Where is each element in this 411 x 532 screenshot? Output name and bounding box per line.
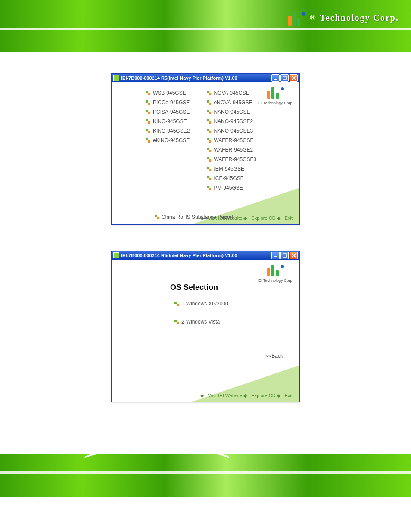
link-label: eNOVA-945GSE: [214, 100, 252, 106]
link-label: Exit: [285, 392, 293, 399]
link-explore-cd[interactable]: ◆Explore CD: [243, 392, 275, 399]
link-label: NANO-945GSE2: [214, 118, 253, 124]
model-link[interactable]: IEM-945GSE: [207, 166, 256, 172]
bullet-icon: [207, 167, 211, 171]
bullet-icon: [207, 119, 211, 124]
link-label: NOVA-945GSE: [214, 90, 249, 96]
os-option[interactable]: 1-Windows XP/2000: [174, 301, 293, 307]
link-label: Visit IEI Website: [208, 392, 243, 399]
screenshot-os-selection: IEI-7B000-000214 R5(Intel Navy Pier Plat…: [111, 251, 300, 402]
bullet-icon: [146, 119, 150, 124]
link-exit[interactable]: ◆Exit: [277, 392, 293, 399]
minimize-button[interactable]: [271, 252, 280, 259]
bullet-icon: [174, 302, 179, 306]
bullet-icon: [207, 91, 211, 95]
bullet-icon: [155, 215, 159, 219]
logo-caption: IEI Technology Corp.: [258, 101, 293, 105]
link-label: KINO-945GSE2: [153, 128, 190, 134]
window-title: IEI-7B000-000214 R5(Intel Navy Pier Plat…: [121, 75, 271, 81]
model-link[interactable]: WSB-945GSE: [146, 90, 190, 96]
link-label: 1-Windows XP/2000: [181, 301, 228, 307]
link-label: WAFER-945GSE3: [214, 156, 256, 162]
link-label: China RoHS Substance Report: [162, 214, 233, 220]
link-label: Explore CD: [251, 215, 275, 222]
bullet-icon: [207, 176, 211, 180]
minimize-button[interactable]: [271, 74, 280, 82]
bullet-icon: [207, 129, 211, 133]
bullet-icon: [207, 100, 211, 105]
svg-rect-1: [283, 76, 286, 80]
link-label: NANO-945GSE: [214, 109, 250, 115]
model-link[interactable]: PCISA-945GSE: [146, 109, 190, 115]
iei-logo-block: IEI Technology Corp.: [258, 87, 293, 105]
bullet-icon: [207, 110, 211, 114]
iei-logo-icon: [288, 9, 305, 26]
link-explore-cd[interactable]: ◆Explore CD: [243, 215, 275, 222]
link-label: eKINO-945GSE: [153, 137, 190, 143]
svg-rect-3: [274, 256, 277, 257]
bullet-icon: [146, 138, 150, 143]
model-link[interactable]: PICOe-945GSE: [146, 100, 190, 106]
bullet-icon: [174, 320, 179, 324]
os-selection-heading: OS Selection: [170, 283, 293, 292]
link-label: Exit: [285, 215, 293, 222]
logo-caption: IEI Technology Corp.: [258, 278, 293, 283]
model-link[interactable]: KINO-945GSE2: [146, 128, 190, 134]
back-label: <<Back: [265, 353, 283, 359]
back-link[interactable]: <<Back: [265, 353, 283, 359]
bullet-icon: [207, 148, 211, 152]
window-titlebar: IEI-7B000-000214 R5(Intel Navy Pier Plat…: [112, 251, 299, 260]
page-header-banner: ® Technology Corp.: [0, 0, 411, 52]
bullet-icon: [146, 91, 150, 95]
window-titlebar: IEI-7B000-000214 R5(Intel Navy Pier Plat…: [112, 74, 299, 82]
model-link[interactable]: WAFER-945GSE: [207, 137, 256, 143]
footer-wedge: ◆Visit IEI Website ◆Explore CD ◆Exit: [174, 365, 299, 402]
model-link[interactable]: KINO-945GSE: [146, 118, 190, 124]
bullet-icon: [146, 100, 150, 105]
close-button[interactable]: [290, 74, 298, 82]
app-icon: [113, 252, 119, 258]
link-label: KINO-945GSE: [153, 118, 187, 124]
link-label: WAFER-945GSE: [214, 137, 253, 143]
link-exit[interactable]: ◆Exit: [277, 215, 293, 222]
bullet-icon: [146, 129, 150, 133]
model-link[interactable]: eKINO-945GSE: [146, 137, 190, 143]
window-title: IEI-7B000-000214 R5(Intel Navy Pier Plat…: [121, 253, 271, 258]
link-label: PICOe-945GSE: [153, 100, 190, 106]
link-label: NANO-945GSE3: [214, 128, 253, 134]
close-button[interactable]: [290, 252, 298, 259]
app-icon: [113, 75, 119, 81]
link-label: PCISA-945GSE: [153, 109, 190, 115]
model-link[interactable]: eNOVA-945GSE: [207, 100, 256, 106]
model-link[interactable]: NANO-945GSE2: [207, 118, 256, 124]
model-link[interactable]: NANO-945GSE3: [207, 128, 256, 134]
corp-name: Technology Corp.: [320, 13, 399, 23]
link-label: 2-Windows Vista: [181, 319, 220, 325]
svg-rect-0: [274, 79, 277, 80]
link-visit-website[interactable]: ◆Visit IEI Website: [200, 392, 243, 399]
link-label: IEM-945GSE: [214, 166, 244, 172]
model-link[interactable]: WAFER-945GE2: [207, 147, 256, 153]
svg-rect-4: [283, 254, 286, 257]
bullet-icon: [207, 138, 211, 143]
link-label: WAFER-945GE2: [214, 147, 253, 153]
bullet-icon: [146, 110, 150, 114]
bullet-icon: [207, 157, 211, 162]
page-footer-banner: [0, 454, 411, 497]
model-link[interactable]: NOVA-945GSE: [207, 90, 256, 96]
iei-logo-block: IEI Technology Corp.: [258, 264, 293, 283]
link-label: ICE-945GSE: [214, 175, 243, 181]
screenshot-model-list: IEI-7B000-000214 R5(Intel Navy Pier Plat…: [111, 73, 300, 225]
link-rohs-report[interactable]: China RoHS Substance Report: [155, 214, 233, 220]
wave-deco: [78, 454, 236, 478]
link-label: WSB-945GSE: [153, 90, 186, 96]
model-link[interactable]: ICE-945GSE: [207, 175, 256, 181]
link-label: Explore CD: [251, 392, 275, 399]
registered-mark: ®: [310, 13, 315, 22]
os-option[interactable]: 2-Windows Vista: [174, 319, 293, 325]
model-link[interactable]: NANO-945GSE: [207, 109, 256, 115]
maximize-button[interactable]: [280, 252, 289, 259]
model-link[interactable]: WAFER-945GSE3: [207, 156, 256, 162]
maximize-button[interactable]: [280, 74, 289, 82]
corp-branding: ® Technology Corp.: [288, 9, 399, 26]
